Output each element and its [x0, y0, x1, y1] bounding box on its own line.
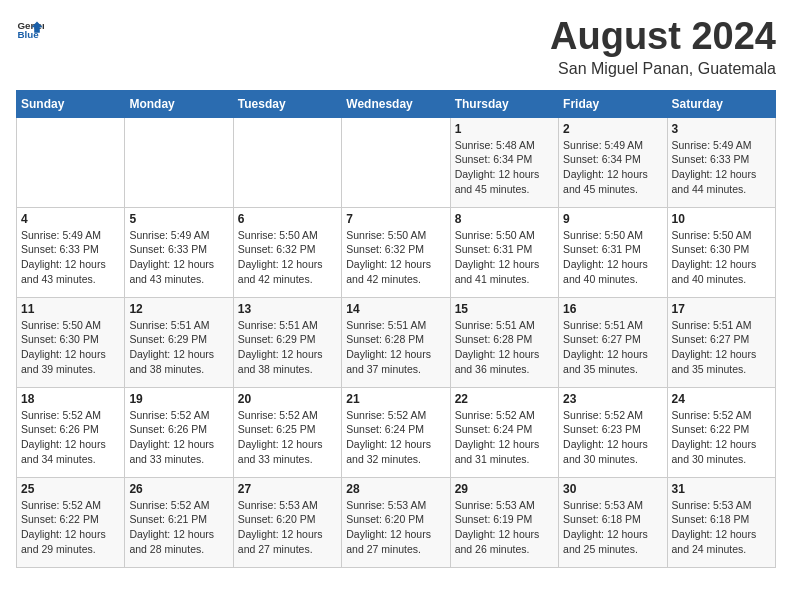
- calendar-cell: 17Sunrise: 5:51 AM Sunset: 6:27 PM Dayli…: [667, 297, 775, 387]
- day-info: Sunrise: 5:50 AM Sunset: 6:32 PM Dayligh…: [346, 228, 445, 287]
- day-number: 31: [672, 482, 771, 496]
- day-info: Sunrise: 5:52 AM Sunset: 6:22 PM Dayligh…: [672, 408, 771, 467]
- week-row-3: 11Sunrise: 5:50 AM Sunset: 6:30 PM Dayli…: [17, 297, 776, 387]
- day-info: Sunrise: 5:49 AM Sunset: 6:33 PM Dayligh…: [129, 228, 228, 287]
- day-number: 29: [455, 482, 554, 496]
- day-number: 7: [346, 212, 445, 226]
- calendar-cell: 1Sunrise: 5:48 AM Sunset: 6:34 PM Daylig…: [450, 117, 558, 207]
- logo: General Blue: [16, 16, 44, 44]
- day-number: 4: [21, 212, 120, 226]
- day-number: 19: [129, 392, 228, 406]
- page-title: August 2024: [550, 16, 776, 58]
- calendar-cell: 29Sunrise: 5:53 AM Sunset: 6:19 PM Dayli…: [450, 477, 558, 567]
- day-info: Sunrise: 5:52 AM Sunset: 6:23 PM Dayligh…: [563, 408, 662, 467]
- calendar-cell: 13Sunrise: 5:51 AM Sunset: 6:29 PM Dayli…: [233, 297, 341, 387]
- calendar-cell: 26Sunrise: 5:52 AM Sunset: 6:21 PM Dayli…: [125, 477, 233, 567]
- calendar-cell: 15Sunrise: 5:51 AM Sunset: 6:28 PM Dayli…: [450, 297, 558, 387]
- day-number: 2: [563, 122, 662, 136]
- day-info: Sunrise: 5:51 AM Sunset: 6:29 PM Dayligh…: [129, 318, 228, 377]
- day-number: 8: [455, 212, 554, 226]
- week-row-1: 1Sunrise: 5:48 AM Sunset: 6:34 PM Daylig…: [17, 117, 776, 207]
- calendar-table: SundayMondayTuesdayWednesdayThursdayFrid…: [16, 90, 776, 568]
- header-sunday: Sunday: [17, 90, 125, 117]
- day-info: Sunrise: 5:53 AM Sunset: 6:20 PM Dayligh…: [346, 498, 445, 557]
- day-number: 5: [129, 212, 228, 226]
- day-number: 30: [563, 482, 662, 496]
- calendar-cell: 16Sunrise: 5:51 AM Sunset: 6:27 PM Dayli…: [559, 297, 667, 387]
- calendar-cell: 7Sunrise: 5:50 AM Sunset: 6:32 PM Daylig…: [342, 207, 450, 297]
- day-info: Sunrise: 5:52 AM Sunset: 6:24 PM Dayligh…: [346, 408, 445, 467]
- title-area: August 2024 San Miguel Panan, Guatemala: [550, 16, 776, 78]
- day-info: Sunrise: 5:51 AM Sunset: 6:27 PM Dayligh…: [563, 318, 662, 377]
- calendar-cell: 31Sunrise: 5:53 AM Sunset: 6:18 PM Dayli…: [667, 477, 775, 567]
- day-info: Sunrise: 5:53 AM Sunset: 6:18 PM Dayligh…: [563, 498, 662, 557]
- header-thursday: Thursday: [450, 90, 558, 117]
- day-info: Sunrise: 5:52 AM Sunset: 6:22 PM Dayligh…: [21, 498, 120, 557]
- calendar-cell: 23Sunrise: 5:52 AM Sunset: 6:23 PM Dayli…: [559, 387, 667, 477]
- day-info: Sunrise: 5:50 AM Sunset: 6:32 PM Dayligh…: [238, 228, 337, 287]
- calendar-cell: 19Sunrise: 5:52 AM Sunset: 6:26 PM Dayli…: [125, 387, 233, 477]
- day-info: Sunrise: 5:52 AM Sunset: 6:26 PM Dayligh…: [21, 408, 120, 467]
- day-number: 18: [21, 392, 120, 406]
- day-number: 27: [238, 482, 337, 496]
- day-number: 10: [672, 212, 771, 226]
- calendar-cell: 18Sunrise: 5:52 AM Sunset: 6:26 PM Dayli…: [17, 387, 125, 477]
- day-number: 25: [21, 482, 120, 496]
- header-tuesday: Tuesday: [233, 90, 341, 117]
- day-number: 12: [129, 302, 228, 316]
- header-saturday: Saturday: [667, 90, 775, 117]
- day-info: Sunrise: 5:51 AM Sunset: 6:28 PM Dayligh…: [455, 318, 554, 377]
- day-number: 22: [455, 392, 554, 406]
- day-info: Sunrise: 5:52 AM Sunset: 6:21 PM Dayligh…: [129, 498, 228, 557]
- day-info: Sunrise: 5:52 AM Sunset: 6:26 PM Dayligh…: [129, 408, 228, 467]
- calendar-header-row: SundayMondayTuesdayWednesdayThursdayFrid…: [17, 90, 776, 117]
- day-number: 21: [346, 392, 445, 406]
- day-info: Sunrise: 5:49 AM Sunset: 6:34 PM Dayligh…: [563, 138, 662, 197]
- calendar-cell: 20Sunrise: 5:52 AM Sunset: 6:25 PM Dayli…: [233, 387, 341, 477]
- header-monday: Monday: [125, 90, 233, 117]
- calendar-cell: 10Sunrise: 5:50 AM Sunset: 6:30 PM Dayli…: [667, 207, 775, 297]
- day-info: Sunrise: 5:50 AM Sunset: 6:31 PM Dayligh…: [455, 228, 554, 287]
- day-info: Sunrise: 5:48 AM Sunset: 6:34 PM Dayligh…: [455, 138, 554, 197]
- day-number: 1: [455, 122, 554, 136]
- calendar-cell: 22Sunrise: 5:52 AM Sunset: 6:24 PM Dayli…: [450, 387, 558, 477]
- logo-icon: General Blue: [16, 16, 44, 44]
- day-info: Sunrise: 5:49 AM Sunset: 6:33 PM Dayligh…: [672, 138, 771, 197]
- calendar-cell: 5Sunrise: 5:49 AM Sunset: 6:33 PM Daylig…: [125, 207, 233, 297]
- calendar-cell: 6Sunrise: 5:50 AM Sunset: 6:32 PM Daylig…: [233, 207, 341, 297]
- page-subtitle: San Miguel Panan, Guatemala: [550, 60, 776, 78]
- day-number: 11: [21, 302, 120, 316]
- day-number: 20: [238, 392, 337, 406]
- day-info: Sunrise: 5:53 AM Sunset: 6:19 PM Dayligh…: [455, 498, 554, 557]
- calendar-cell: [233, 117, 341, 207]
- day-number: 3: [672, 122, 771, 136]
- week-row-4: 18Sunrise: 5:52 AM Sunset: 6:26 PM Dayli…: [17, 387, 776, 477]
- header-friday: Friday: [559, 90, 667, 117]
- calendar-cell: 14Sunrise: 5:51 AM Sunset: 6:28 PM Dayli…: [342, 297, 450, 387]
- day-info: Sunrise: 5:51 AM Sunset: 6:28 PM Dayligh…: [346, 318, 445, 377]
- week-row-5: 25Sunrise: 5:52 AM Sunset: 6:22 PM Dayli…: [17, 477, 776, 567]
- calendar-cell: 30Sunrise: 5:53 AM Sunset: 6:18 PM Dayli…: [559, 477, 667, 567]
- calendar-cell: 9Sunrise: 5:50 AM Sunset: 6:31 PM Daylig…: [559, 207, 667, 297]
- header-wednesday: Wednesday: [342, 90, 450, 117]
- day-number: 16: [563, 302, 662, 316]
- calendar-cell: 4Sunrise: 5:49 AM Sunset: 6:33 PM Daylig…: [17, 207, 125, 297]
- day-number: 9: [563, 212, 662, 226]
- day-info: Sunrise: 5:50 AM Sunset: 6:30 PM Dayligh…: [21, 318, 120, 377]
- calendar-cell: [17, 117, 125, 207]
- day-number: 28: [346, 482, 445, 496]
- day-info: Sunrise: 5:51 AM Sunset: 6:29 PM Dayligh…: [238, 318, 337, 377]
- day-info: Sunrise: 5:53 AM Sunset: 6:20 PM Dayligh…: [238, 498, 337, 557]
- calendar-cell: 24Sunrise: 5:52 AM Sunset: 6:22 PM Dayli…: [667, 387, 775, 477]
- day-number: 13: [238, 302, 337, 316]
- day-info: Sunrise: 5:52 AM Sunset: 6:25 PM Dayligh…: [238, 408, 337, 467]
- day-number: 23: [563, 392, 662, 406]
- page-header: General Blue August 2024 San Miguel Pana…: [16, 16, 776, 78]
- calendar-cell: 28Sunrise: 5:53 AM Sunset: 6:20 PM Dayli…: [342, 477, 450, 567]
- calendar-cell: 3Sunrise: 5:49 AM Sunset: 6:33 PM Daylig…: [667, 117, 775, 207]
- calendar-cell: 25Sunrise: 5:52 AM Sunset: 6:22 PM Dayli…: [17, 477, 125, 567]
- day-number: 14: [346, 302, 445, 316]
- day-info: Sunrise: 5:50 AM Sunset: 6:31 PM Dayligh…: [563, 228, 662, 287]
- calendar-cell: 21Sunrise: 5:52 AM Sunset: 6:24 PM Dayli…: [342, 387, 450, 477]
- day-number: 26: [129, 482, 228, 496]
